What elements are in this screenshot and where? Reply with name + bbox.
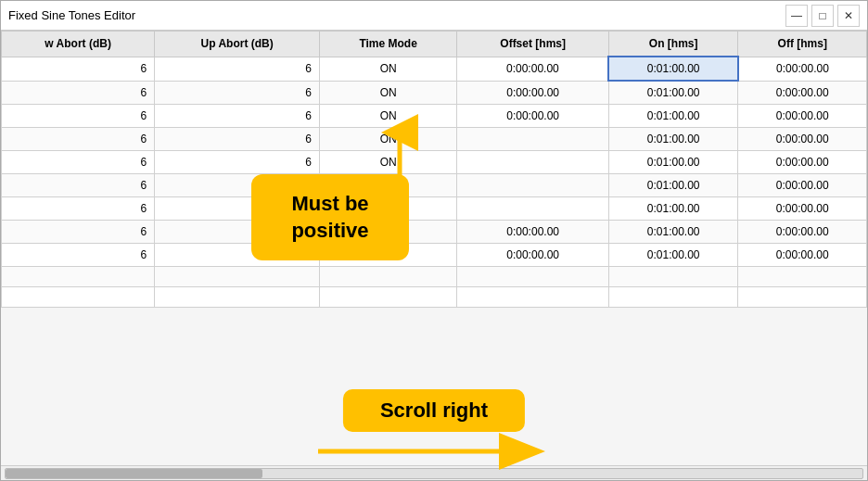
table-cell-empty [319,287,456,308]
col-header-time-mode: Time Mode [319,32,456,57]
table-cell-empty [155,267,320,287]
table-row[interactable]: 66ON0:00:00.000:01:00.000:00:00.00 [2,81,867,105]
window-controls: — □ ✕ [785,5,860,27]
table-cell-empty [738,287,867,308]
minimize-button[interactable]: — [785,5,808,27]
window-title: Fixed Sine Tones Editor [8,8,135,22]
content-area: w Abort (dB) Up Abort (dB) Time Mode Off… [1,31,867,480]
table-cell[interactable] [457,128,609,151]
table-cell-empty [457,287,609,308]
table-cell-empty [457,267,609,287]
table-cell[interactable]: 6 [155,128,320,151]
table-cell[interactable]: 0:00:00.00 [738,128,867,151]
data-table: w Abort (dB) Up Abort (dB) Time Mode Off… [1,31,867,308]
maximize-button[interactable]: □ [811,5,834,27]
table-cell-empty [319,267,456,287]
table-row[interactable]: 66ON0:00:00.000:01:00.000:00:00.00 [2,57,867,81]
table-cell[interactable]: 0:00:00.00 [738,81,867,105]
table-row[interactable]: 66ON0:00:00.000:01:00.000:00:00.00 [2,244,867,267]
table-cell[interactable]: 6 [155,244,320,267]
table-cell[interactable]: 0:01:00.00 [608,174,737,197]
table-cell[interactable]: 6 [155,105,320,128]
main-window: Fixed Sine Tones Editor — □ ✕ w Abort (d… [0,0,868,481]
table-cell[interactable]: 6 [155,174,320,197]
scrollbar-thumb[interactable] [6,469,262,478]
table-cell-empty [155,287,320,308]
table-cell[interactable]: 0:00:00.00 [457,105,609,128]
table-cell[interactable]: 6 [2,57,155,81]
horizontal-scrollbar[interactable] [1,465,867,480]
table-cell[interactable]: ON [319,174,456,197]
table-cell[interactable]: 0:00:00.00 [738,57,867,81]
table-cell-empty [738,267,867,287]
table-cell[interactable]: 0:00:00.00 [738,197,867,221]
table-cell[interactable]: 6 [155,81,320,105]
table-cell[interactable]: 0:01:00.00 [608,105,737,128]
table-cell[interactable]: ON [319,81,456,105]
table-row-empty [2,287,867,308]
col-header-off: Off [hms] [738,32,867,57]
table-cell[interactable]: 6 [2,128,155,151]
table-cell[interactable]: 0:01:00.00 [608,57,737,81]
table-cell[interactable]: 6 [2,221,155,244]
col-header-up-abort: Up Abort (dB) [155,32,320,57]
table-cell[interactable]: ON [319,151,456,174]
table-row[interactable]: 66ON0:01:00.000:00:00.00 [2,174,867,197]
table-cell[interactable]: ON [319,221,456,244]
col-header-on: On [hms] [608,32,737,57]
table-cell[interactable]: 6 [2,81,155,105]
table-header-row: w Abort (dB) Up Abort (dB) Time Mode Off… [2,32,867,57]
table-row-empty [2,267,867,287]
table-row[interactable]: 66ON0:01:00.000:00:00.00 [2,197,867,221]
table-cell[interactable] [457,197,609,221]
table-cell[interactable] [457,174,609,197]
table-cell[interactable]: 0:01:00.00 [608,128,737,151]
table-cell[interactable]: 0:00:00.00 [457,221,609,244]
table-cell[interactable]: 0:00:00.00 [738,151,867,174]
table-row[interactable]: 66ON0:00:00.000:01:00.000:00:00.00 [2,221,867,244]
table-cell[interactable]: 6 [2,174,155,197]
table-cell[interactable]: 6 [155,57,320,81]
table-cell[interactable]: 0:00:00.00 [738,244,867,267]
table-cell[interactable]: 6 [2,151,155,174]
table-cell-empty [2,267,155,287]
table-cell[interactable] [457,151,609,174]
table-cell[interactable]: 6 [2,244,155,267]
table-cell[interactable]: 6 [155,197,320,221]
table-cell[interactable]: 6 [155,221,320,244]
table-cell-empty [608,287,737,308]
table-cell-empty [608,267,737,287]
title-bar: Fixed Sine Tones Editor — □ ✕ [1,1,867,31]
table-cell[interactable]: ON [319,128,456,151]
table-cell-empty [2,287,155,308]
col-header-dw-abort: w Abort (dB) [2,32,155,57]
table-row[interactable]: 66ON0:01:00.000:00:00.00 [2,128,867,151]
scrollbar-track[interactable] [5,468,863,479]
close-button[interactable]: ✕ [837,5,860,27]
table-row[interactable]: 66ON0:00:00.000:01:00.000:00:00.00 [2,105,867,128]
table-cell[interactable]: 6 [2,105,155,128]
table-cell[interactable]: 0:01:00.00 [608,221,737,244]
table-cell[interactable]: ON [319,197,456,221]
table-cell[interactable]: ON [319,244,456,267]
table-cell[interactable]: 0:00:00.00 [457,244,609,267]
table-container[interactable]: w Abort (dB) Up Abort (dB) Time Mode Off… [1,31,867,465]
table-cell[interactable]: 0:00:00.00 [457,81,609,105]
table-cell[interactable]: 0:00:00.00 [738,105,867,128]
table-cell[interactable]: 0:00:00.00 [738,174,867,197]
table-cell[interactable]: 0:01:00.00 [608,151,737,174]
table-cell[interactable]: 0:01:00.00 [608,197,737,221]
col-header-offset: Offset [hms] [457,32,609,57]
table-cell[interactable]: 0:00:00.00 [738,221,867,244]
table-cell[interactable]: 6 [155,151,320,174]
table-cell[interactable]: 0:01:00.00 [608,81,737,105]
table-cell[interactable]: ON [319,105,456,128]
table-cell[interactable]: 0:01:00.00 [608,244,737,267]
table-cell[interactable]: 6 [2,197,155,221]
table-row[interactable]: 66ON0:01:00.000:00:00.00 [2,151,867,174]
table-cell[interactable]: 0:00:00.00 [457,57,609,81]
table-cell[interactable]: ON [319,57,456,81]
